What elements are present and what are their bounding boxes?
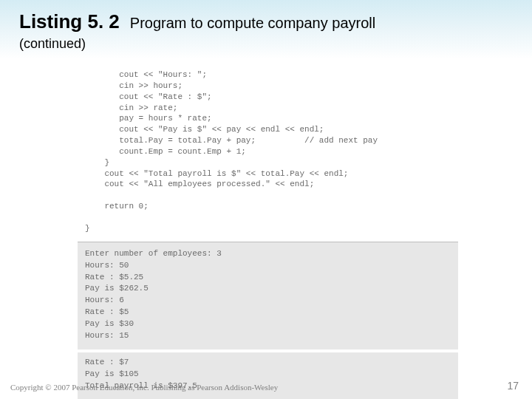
program-output-1: Enter number of employees: 3 Hours: 50 R… bbox=[78, 242, 458, 350]
source-code: cout << "Hours: "; cin >> hours; cout <<… bbox=[78, 65, 458, 242]
program-output-2: Rate : $7 Pay is $105 Total payroll is $… bbox=[78, 352, 458, 399]
page-number: 17 bbox=[507, 380, 519, 392]
listing-number: Listing 5. 2 bbox=[19, 10, 120, 33]
title-row: Listing 5. 2 Program to compute company … bbox=[0, 0, 532, 33]
copyright-text: Copyright © 2007 Pearson Education, Inc.… bbox=[10, 383, 278, 392]
listing-description: Program to compute company payroll bbox=[130, 15, 375, 32]
code-figure: cout << "Hours: "; cin >> hours; cout <<… bbox=[78, 65, 458, 399]
continued-label: (continued) bbox=[0, 33, 532, 52]
